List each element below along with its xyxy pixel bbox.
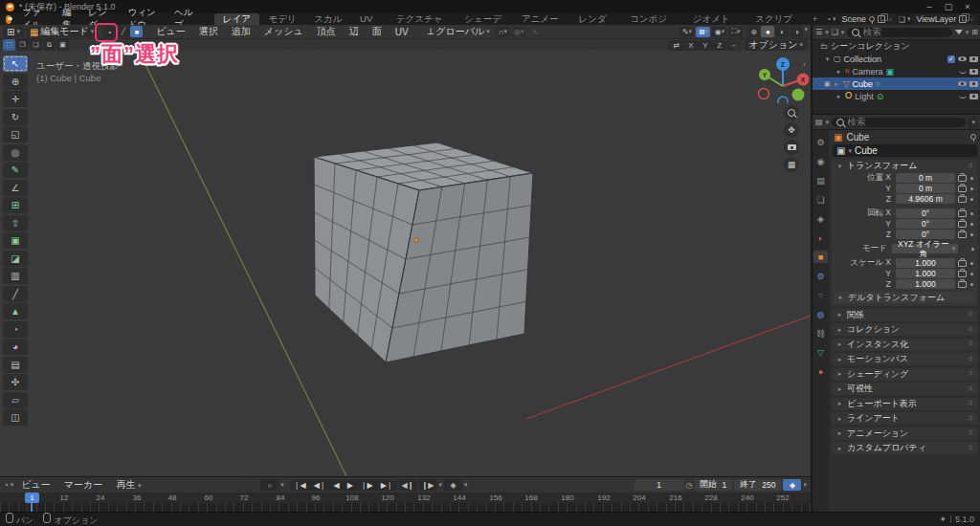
collapse-icon[interactable]: ▸ xyxy=(835,93,842,100)
wireframe-shading-button[interactable]: ⊕ xyxy=(746,26,760,37)
location-x-field[interactable]: 0 m xyxy=(896,173,955,183)
tab-rendering[interactable]: レンダリング xyxy=(569,13,621,25)
object-name-field[interactable]: ▣▾ Cube xyxy=(833,144,977,157)
edge-slide-tool[interactable]: ▤ xyxy=(3,357,28,373)
lock-icon[interactable] xyxy=(958,221,967,228)
render-visibility-icon[interactable] xyxy=(969,81,978,87)
tab-compositing[interactable]: コンポジティング xyxy=(621,13,684,25)
viewport-3d[interactable] xyxy=(0,51,811,476)
scene-browse-caret[interactable]: ▾ xyxy=(833,15,836,23)
jump-to-start-button[interactable]: ❘◀ xyxy=(290,480,310,491)
play-reverse-button[interactable]: ◀ xyxy=(330,480,344,491)
lock-icon[interactable] xyxy=(958,175,967,182)
overlays-dropdown[interactable]: ◉▾ xyxy=(712,27,726,37)
pan-button[interactable]: ✥ xyxy=(784,122,799,138)
mirror-y-toggle[interactable]: Y xyxy=(698,40,712,51)
play-button[interactable]: ▶ xyxy=(344,480,357,491)
panel-viewport-display[interactable]: ▸ビューポート表示⠿ xyxy=(832,398,978,410)
scene-icon[interactable]: ◔ xyxy=(826,15,831,24)
remove-view-layer-icon[interactable]: × xyxy=(969,15,974,24)
transform-tool[interactable]: ◎ xyxy=(3,144,28,161)
auto-keying-button[interactable]: ○ xyxy=(260,479,278,491)
collapse-icon[interactable]: ▸ xyxy=(834,80,840,88)
render-visibility-icon[interactable] xyxy=(969,56,978,62)
tab-material[interactable]: ● xyxy=(813,365,828,378)
animate-dot[interactable] xyxy=(970,283,973,286)
snap-target-icon[interactable]: ⌁ xyxy=(726,40,741,51)
add-cube-tool[interactable]: ⊞ xyxy=(3,197,28,213)
collection-checkbox[interactable]: ✓ xyxy=(947,55,955,63)
camera-view-button[interactable] xyxy=(784,140,799,155)
tab-render[interactable]: ◉ xyxy=(813,155,828,167)
shear-tool[interactable]: ▱ xyxy=(3,392,28,408)
rotation-z-field[interactable]: 0° xyxy=(896,230,955,239)
poly-build-tool[interactable]: ▲ xyxy=(3,303,28,319)
zoom-button[interactable] xyxy=(784,105,799,121)
rip-region-tool[interactable]: ◫ xyxy=(3,409,28,426)
breadcrumb-object[interactable]: Cube xyxy=(846,132,869,142)
tab-modifiers[interactable]: ⚙ xyxy=(813,270,828,282)
shading-dropdown-caret[interactable]: ▾ xyxy=(804,26,808,37)
mode-dropdown[interactable]: ▦編集モード▾ xyxy=(26,27,98,37)
location-z-field[interactable]: 4.9606 m xyxy=(896,194,955,204)
properties-options-caret[interactable]: ▾ xyxy=(969,117,978,128)
panel-collections[interactable]: ▸コレクション⠿ xyxy=(832,323,978,336)
unlink-scene-icon[interactable]: × xyxy=(888,15,893,24)
select-circle-option-button[interactable]: ❏ xyxy=(30,39,42,51)
animate-dot[interactable] xyxy=(970,177,973,180)
frame-step-back-button[interactable]: ◀❙ xyxy=(399,479,417,491)
new-scene-icon[interactable] xyxy=(878,15,885,23)
close-button[interactable]: × xyxy=(959,2,976,11)
tab-geometry-nodes[interactable]: ジオメトリノード xyxy=(684,13,747,25)
region-collapse-arrow[interactable]: ‹ xyxy=(803,59,806,69)
render-visibility-icon[interactable] xyxy=(969,69,978,75)
panel-motion-paths[interactable]: ▸モーションパス⠿ xyxy=(832,353,978,365)
face-select-button[interactable]: ■ xyxy=(130,26,143,37)
rotation-mode-dropdown[interactable]: XYZ オイラー角▾ xyxy=(892,244,958,253)
outliner-row-cube[interactable]: ▣ ▸ ▽ Cube ▿ xyxy=(813,77,980,90)
lock-icon[interactable] xyxy=(958,271,967,277)
menu-edge[interactable]: 辺 xyxy=(344,25,365,38)
animate-dot[interactable] xyxy=(970,187,973,190)
outliner-search-input[interactable]: 検索 xyxy=(847,28,951,37)
tab-object[interactable]: ■ xyxy=(813,251,828,263)
outliner-display-mode-icon[interactable]: ❏ xyxy=(832,28,838,36)
menu-add[interactable]: 追加 xyxy=(226,25,256,38)
timeline-editor-caret[interactable]: ▾ xyxy=(11,481,14,489)
tab-animation[interactable]: アニメーション xyxy=(513,13,570,25)
scale-y-field[interactable]: 1.000 xyxy=(896,269,955,278)
animate-dot[interactable] xyxy=(971,248,974,251)
rotation-x-field[interactable]: 0° xyxy=(896,208,955,218)
lock-icon[interactable] xyxy=(958,260,967,267)
minimize-button[interactable]: – xyxy=(921,2,938,11)
pin-id-icon[interactable] xyxy=(970,134,976,140)
lock-icon[interactable] xyxy=(958,231,967,238)
tab-constraints[interactable]: ⛓ xyxy=(813,327,828,340)
tab-view-layer[interactable]: ❏ xyxy=(813,193,828,206)
expand-icon[interactable]: ▾ xyxy=(824,55,831,63)
scale-z-field[interactable]: 1.000 xyxy=(896,279,955,289)
panel-shading[interactable]: ▸シェーディング⠿ xyxy=(832,368,978,381)
filter-icon[interactable] xyxy=(955,30,963,34)
measure-tool[interactable]: ∠ xyxy=(3,180,28,196)
step-caret[interactable]: ▾ xyxy=(439,481,443,489)
outliner-row-light[interactable]: ▸ ⭘ Light ⊙ xyxy=(813,90,980,102)
frame-end-field[interactable]: 終了250 xyxy=(734,479,781,491)
view-layer-browse-caret[interactable]: ▾ xyxy=(907,15,911,23)
filter-caret[interactable]: ▾ xyxy=(966,29,969,36)
tab-texture-paint[interactable]: テクスチャペイント xyxy=(388,13,457,25)
menu-face[interactable]: 面 xyxy=(367,25,388,38)
panel-instancing[interactable]: ▸インスタンス化⠿ xyxy=(832,339,978,351)
next-keyframe-button[interactable]: ❘▶ xyxy=(357,480,377,491)
scale-x-field[interactable]: 1.000 xyxy=(896,258,955,268)
tab-scripting[interactable]: スクリプト作成 xyxy=(746,13,803,25)
menu-uv[interactable]: UV xyxy=(390,27,414,37)
panel-visibility[interactable]: ▸可視性⠿ xyxy=(832,383,978,395)
jump-to-end-button[interactable]: ▶❘ xyxy=(377,480,397,491)
properties-search-input[interactable]: 検索 xyxy=(832,118,966,127)
rotation-y-field[interactable]: 0° xyxy=(896,219,955,229)
selectability-dropdown[interactable]: ✎▾ xyxy=(679,27,694,37)
timeline-ruler[interactable]: 12 24 36 48 60 72 84 96 108 120 132 144 … xyxy=(0,493,811,512)
panel-line-art[interactable]: ▸ラインアート⠿ xyxy=(832,412,978,425)
knife-tool[interactable]: ╱ xyxy=(3,286,28,302)
